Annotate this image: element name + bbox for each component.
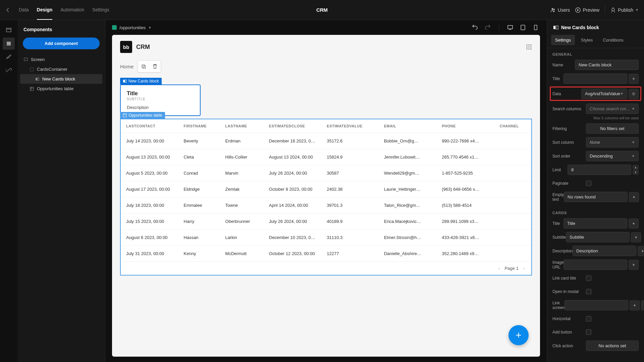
data-settings-button[interactable] [629,89,639,99]
fab-add[interactable]: + [508,325,529,345]
table-row[interactable]: August 13 2023, 00:00CletaHills-CollierA… [120,149,532,165]
select-data[interactable]: AvgAndTotalValue▼ [581,88,627,99]
chevron-down-icon: ▼ [148,26,152,29]
binding-button[interactable] [629,192,639,202]
check-open-modal[interactable] [586,289,591,294]
selection-actions [138,60,161,72]
right-panel-tabs: Settings Styles Conditions [547,35,644,48]
publish-button[interactable]: Publish ▼ [610,7,639,13]
binding-button[interactable] [629,260,639,270]
lightning-icon [632,77,636,81]
users-button[interactable]: Users [550,7,570,13]
card-preview[interactable]: Title SUBTITLE Description [120,84,201,116]
viewport-mobile[interactable] [531,23,540,32]
tab-data[interactable]: Data [19,0,29,20]
binding-button[interactable] [629,74,639,84]
add-component-button[interactable]: Add component [23,38,100,49]
table-row[interactable]: July 14 2023, 00:00BeverlyErdmanDecember… [120,133,532,149]
users-icon [550,7,556,13]
link-screen-dropdown[interactable]: ▼ [641,300,644,310]
undo-button[interactable] [471,23,479,32]
tool-theme[interactable] [3,51,15,63]
binding-button[interactable] [630,300,640,310]
input-description[interactable] [573,246,636,256]
table-header[interactable]: CHANNEL [494,119,532,133]
tab-automation[interactable]: Automation [60,0,84,20]
check-add-button[interactable] [586,329,591,335]
select-click-action[interactable]: No actions set [586,341,639,351]
lbl-name: Name [552,63,575,67]
redo-button[interactable] [483,23,492,32]
tab-design[interactable]: Design [37,0,53,20]
rtab-conditions[interactable]: Conditions [599,35,627,45]
undo-icon [472,24,478,31]
check-horizontal[interactable] [586,316,591,321]
table-cell: Conrad [178,165,220,181]
table-row[interactable]: August 6 2023, 00:00HassanLarkinDecember… [120,230,532,246]
binding-button[interactable] [638,246,644,256]
select-search-columns[interactable]: Choose search col…▼ [586,104,639,114]
tool-links[interactable] [3,64,15,76]
table-header[interactable]: EMAIL [379,119,437,133]
check-link-card-title[interactable] [586,276,591,281]
table-block[interactable]: Opportunities table LASTCONTACTFIRSTNAME… [120,119,532,276]
viewport-tablet[interactable] [519,23,527,32]
input-link-screen[interactable] [565,300,628,310]
left-panel: Components Add component Screen CardsCon… [17,20,105,362]
select-sort-order[interactable]: Descending▼ [586,151,639,161]
tree-cards-container[interactable]: CardsContainer [20,64,102,74]
table-header[interactable]: ESTIMATEDVALUE [321,119,378,133]
canvas[interactable]: bb CRM Home New Cards block [112,35,540,357]
input-empty-text[interactable] [564,192,628,202]
brush-icon [6,54,12,60]
app-title: CRM [316,7,328,13]
table-row[interactable]: July 15 2023, 00:00HarryOberbrunnerJuly … [120,214,532,230]
preview-button[interactable]: Preview [575,7,599,13]
table-header[interactable]: FIRSTNAME [178,119,220,133]
input-subtitle[interactable] [566,232,630,242]
table-cell: 289.991.1099 x3… [436,214,494,230]
tab-settings[interactable]: Settings [92,0,109,20]
input-image-url[interactable] [564,259,627,270]
input-limit[interactable] [568,165,631,175]
table-row[interactable]: August 17 2023, 00:00EldridgeZemlakOctob… [120,181,532,197]
check-paginate[interactable] [586,181,591,186]
input-title[interactable] [564,73,627,84]
left-heading: Components [20,24,102,38]
tool-components[interactable] [3,38,15,50]
input-card-title[interactable] [564,218,627,229]
table-header[interactable]: ESTIMATEDCLOSE [264,119,322,133]
section-cards: CARDS Title Subtitle Description Image U… [547,207,644,356]
page-prev[interactable]: ‹ [498,266,500,271]
tree-new-cards-block[interactable]: New Cards block [20,74,102,84]
select-filtering[interactable]: No filters set [586,123,639,134]
input-name[interactable] [575,60,639,70]
page-next[interactable]: › [523,266,525,271]
binding-button[interactable] [631,232,641,242]
duplicate-button[interactable] [138,61,149,72]
cards-block[interactable]: New Cards block Title SUBTITLE Descripti… [120,84,532,116]
viewport-desktop[interactable] [506,23,515,32]
back-button[interactable] [5,7,13,13]
rtab-settings[interactable]: Settings [551,35,575,45]
table-row[interactable]: July 31 2023, 00:00KennyMcDermottOctober… [120,246,532,262]
table-row[interactable]: August 5 2023, 00:00ConradMarvinJuly 26 … [120,165,532,181]
table-header[interactable]: PHONE [436,119,494,133]
table-footer: ‹ Page 1 › [120,261,532,276]
tree-screen[interactable]: Screen [20,55,102,64]
page-selector[interactable]: /opportunities ▼ [112,25,152,30]
table-row[interactable]: July 18 2023, 00:00EmmaleeTowneApril 14 … [120,197,532,214]
lbl-image-url: Image URL [552,260,564,269]
tree-opportunities-table[interactable]: Opportunities table [20,84,102,94]
table-header[interactable]: LASTNAME [220,119,264,133]
select-sort-column[interactable]: None▼ [586,137,639,147]
delete-button[interactable] [149,61,161,72]
breadcrumb-home[interactable]: Home [120,64,133,69]
table-header[interactable]: LASTCONTACT [120,119,178,133]
binding-button[interactable] [629,219,639,229]
table-cell: July 26 2024, 00:00 [264,214,322,230]
app-menu-button[interactable] [526,44,532,50]
limit-stepper[interactable]: ▲▼ [633,165,639,175]
rtab-styles[interactable]: Styles [577,35,597,45]
tool-screen[interactable] [3,24,15,36]
